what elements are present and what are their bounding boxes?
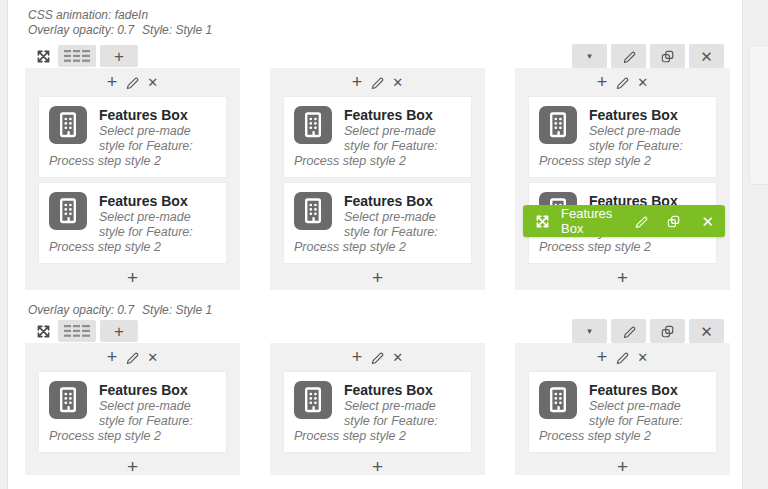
clone-row-button[interactable] — [650, 44, 685, 68]
widget-card[interactable]: Features Box Select pre-made style for F… — [39, 372, 226, 452]
edit-row-button[interactable] — [611, 44, 646, 68]
builder-column: + ✕ Features Box Select pre-made style f… — [515, 343, 730, 475]
delete-row-button[interactable]: ✕ — [689, 44, 724, 68]
column-actions: + ✕ — [270, 71, 485, 93]
pencil-icon[interactable] — [615, 350, 629, 364]
pencil-icon[interactable] — [615, 75, 629, 89]
builder-column: + ✕ Features Box Select pre-made style f… — [25, 68, 240, 290]
row-meta-overlay: Overlay opacity: 0.7 — [28, 23, 134, 37]
move-widget-icon[interactable] — [534, 213, 551, 230]
copy-icon — [660, 49, 675, 64]
close-icon: ✕ — [700, 324, 713, 339]
features-box-icon — [294, 106, 332, 144]
pencil-icon[interactable] — [125, 350, 139, 364]
delete-widget-icon[interactable]: ✕ — [701, 214, 714, 229]
copy-icon — [660, 324, 675, 339]
left-gutter — [0, 0, 8, 489]
chevron-down-icon: ▾ — [587, 327, 592, 336]
widget-card[interactable]: Features Box Select pre-made style for F… — [284, 372, 471, 452]
widget-card[interactable]: Features Box Select pre-made style for F… — [284, 97, 471, 177]
close-icon[interactable]: ✕ — [147, 351, 158, 364]
row-toolbar-right: ▾ ✕ — [572, 44, 724, 68]
add-widget-button[interactable]: + — [515, 452, 730, 478]
add-widget-button[interactable]: + — [270, 263, 485, 289]
features-box-icon — [49, 381, 87, 419]
column-actions: + ✕ — [515, 346, 730, 368]
pencil-icon[interactable] — [370, 75, 384, 89]
add-column-button[interactable]: + — [100, 320, 138, 342]
add-widget-icon[interactable]: + — [597, 73, 608, 91]
row-toolbar-left: + — [32, 320, 138, 342]
plus-icon: + — [114, 323, 124, 340]
close-icon[interactable]: ✕ — [637, 76, 648, 89]
widget-card[interactable]: Features Box Select pre-made style for F… — [529, 372, 716, 452]
add-column-button[interactable]: + — [100, 45, 138, 67]
builder-column: + ✕ Features Box Select pre-made style f… — [515, 68, 730, 290]
pencil-icon — [622, 324, 636, 338]
selected-widget-toolbar: Features Box ✕ — [523, 205, 725, 237]
delete-row-button[interactable]: ✕ — [689, 319, 724, 343]
edit-row-button[interactable] — [611, 319, 646, 343]
row-layout-icon — [63, 49, 91, 63]
features-box-icon — [539, 381, 577, 419]
column-actions: + ✕ — [25, 346, 240, 368]
row-toggle-button[interactable]: ▾ — [572, 319, 607, 343]
column-actions: + ✕ — [25, 71, 240, 93]
row-meta-settings: Overlay opacity: 0.7Style: Style 1 — [28, 23, 212, 37]
column-actions: + ✕ — [515, 71, 730, 93]
pencil-icon[interactable] — [370, 350, 384, 364]
features-box-icon — [294, 192, 332, 230]
column-actions: + ✕ — [270, 346, 485, 368]
widget-card[interactable]: Features Box Select pre-made style for F… — [284, 183, 471, 263]
builder-column: + ✕ Features Box Select pre-made style f… — [270, 343, 485, 475]
row-meta-style: Style: Style 1 — [142, 303, 212, 317]
row-toggle-button[interactable]: ▾ — [572, 44, 607, 68]
row-meta-overlay: Overlay opacity: 0.7 — [28, 303, 134, 317]
builder-column: + ✕ Features Box Select pre-made style f… — [25, 343, 240, 475]
right-gutter — [742, 0, 768, 489]
chevron-down-icon: ▾ — [587, 52, 592, 61]
row-layout-button[interactable] — [58, 45, 96, 67]
add-widget-icon[interactable]: + — [597, 348, 608, 366]
clone-widget-icon[interactable] — [666, 214, 681, 229]
widget-card[interactable]: Features Box Select pre-made style for F… — [529, 97, 716, 177]
widget-card[interactable]: Features Box Select pre-made style for F… — [39, 183, 226, 263]
builder-column: + ✕ Features Box Select pre-made style f… — [270, 68, 485, 290]
features-box-icon — [294, 381, 332, 419]
add-widget-icon[interactable]: + — [352, 73, 363, 91]
row-layout-icon — [63, 324, 91, 338]
close-icon[interactable]: ✕ — [392, 76, 403, 89]
add-widget-button[interactable]: + — [270, 452, 485, 478]
row-meta-settings: Overlay opacity: 0.7Style: Style 1 — [28, 303, 212, 317]
background-panel-edge — [749, 45, 768, 185]
add-widget-button[interactable]: + — [25, 263, 240, 289]
row-layout-button[interactable] — [58, 320, 96, 342]
move-row-icon[interactable] — [32, 45, 54, 67]
move-row-icon[interactable] — [32, 320, 54, 342]
widget-card[interactable]: Features Box Select pre-made style for F… — [39, 97, 226, 177]
close-icon: ✕ — [700, 49, 713, 64]
pencil-icon[interactable] — [125, 75, 139, 89]
features-box-icon — [49, 106, 87, 144]
row-toolbar-right: ▾ ✕ — [572, 319, 724, 343]
page-builder-canvas: { "canvas": { "glyphs": { "add": "+", "c… — [0, 0, 768, 489]
add-widget-icon[interactable]: + — [107, 73, 118, 91]
clone-row-button[interactable] — [650, 319, 685, 343]
close-icon[interactable]: ✕ — [147, 76, 158, 89]
row-meta-style: Style: Style 1 — [142, 23, 212, 37]
add-widget-icon[interactable]: + — [352, 348, 363, 366]
pencil-icon — [622, 49, 636, 63]
close-icon[interactable]: ✕ — [392, 351, 403, 364]
add-widget-icon[interactable]: + — [107, 348, 118, 366]
plus-icon: + — [114, 48, 124, 65]
add-widget-button[interactable]: + — [25, 452, 240, 478]
close-icon[interactable]: ✕ — [637, 351, 648, 364]
row-meta-animation: CSS animation: fadeIn — [28, 8, 148, 22]
row-toolbar-left: + — [32, 45, 138, 67]
edit-widget-icon[interactable] — [634, 214, 648, 228]
selected-widget-label: Features Box — [561, 206, 616, 236]
features-box-icon — [539, 106, 577, 144]
add-widget-button[interactable]: + — [515, 263, 730, 289]
features-box-icon — [49, 192, 87, 230]
